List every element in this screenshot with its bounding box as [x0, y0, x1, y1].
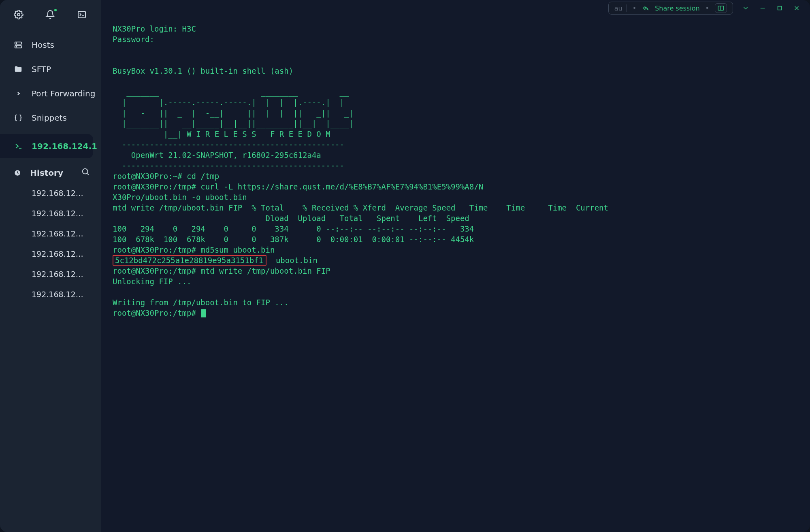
nav-snippets[interactable]: Snippets — [0, 106, 101, 130]
forward-icon — [14, 89, 23, 98]
svg-rect-8 — [718, 6, 724, 11]
nav-hosts[interactable]: Hosts — [0, 33, 101, 57]
active-host-label: 192.168.124.1 — [32, 141, 97, 151]
history-label: History — [30, 168, 63, 178]
share-icon — [642, 4, 649, 12]
share-status-dot-2: • — [706, 4, 709, 12]
sidebar: Hosts SFTP Port Forwarding Snippets 192.… — [0, 0, 101, 532]
history-list: 192.168.12…192.168.12…192.168.12…192.168… — [0, 183, 101, 304]
history-item[interactable]: 192.168.12… — [0, 223, 89, 244]
history-item[interactable]: 192.168.12… — [0, 264, 89, 284]
svg-point-4 — [16, 43, 17, 44]
terminal-icon[interactable] — [77, 10, 87, 21]
svg-point-0 — [17, 13, 20, 16]
notification-dot — [53, 8, 58, 12]
server-icon — [14, 40, 23, 49]
active-host-tab[interactable]: 192.168.124.1 — [0, 134, 97, 158]
minimize-button[interactable] — [758, 4, 767, 12]
notifications-icon[interactable] — [45, 10, 55, 21]
share-session-box[interactable]: au • Share session • — [608, 2, 733, 15]
svg-point-7 — [83, 169, 88, 174]
nav-label: Port Forwarding — [32, 89, 95, 98]
terminal[interactable]: NX30Pro login: H3C Password: BusyBox v1.… — [101, 0, 810, 532]
close-button[interactable] — [792, 4, 801, 12]
md5-hash-highlight: 5c12bd472c255a1e28819e95a3151bf1 — [113, 255, 266, 266]
folder-icon — [14, 65, 23, 74]
sidebar-top-icons — [0, 10, 101, 33]
nav-history[interactable]: History — [0, 158, 101, 183]
prompt-icon — [14, 141, 23, 151]
nav-sftp[interactable]: SFTP — [0, 57, 101, 81]
history-item[interactable]: 192.168.12… — [0, 284, 89, 304]
clock-icon — [14, 168, 21, 177]
history-item[interactable]: 192.168.12… — [0, 244, 89, 264]
nav-port-forwarding[interactable]: Port Forwarding — [0, 81, 101, 106]
share-status-dot: • — [633, 4, 636, 12]
terminal-cursor — [201, 309, 206, 317]
share-label: Share session — [655, 4, 699, 12]
svg-rect-9 — [778, 6, 782, 10]
svg-rect-1 — [78, 11, 85, 18]
app-window: Hosts SFTP Port Forwarding Snippets 192.… — [0, 0, 810, 532]
history-item[interactable]: 192.168.12… — [0, 183, 89, 203]
chevron-down-icon[interactable] — [741, 4, 750, 12]
svg-point-5 — [16, 47, 17, 47]
history-item[interactable]: 192.168.12… — [0, 203, 89, 223]
titlebar: au • Share session • — [101, 0, 810, 16]
share-prefix: au — [614, 4, 627, 12]
split-layout-icon[interactable] — [715, 3, 727, 13]
search-icon[interactable] — [81, 167, 90, 178]
settings-icon[interactable] — [14, 10, 23, 21]
maximize-button[interactable] — [775, 4, 784, 12]
nav-label: Hosts — [32, 40, 54, 50]
braces-icon — [14, 113, 23, 122]
nav-label: Snippets — [32, 113, 67, 123]
nav-label: SFTP — [32, 64, 51, 74]
